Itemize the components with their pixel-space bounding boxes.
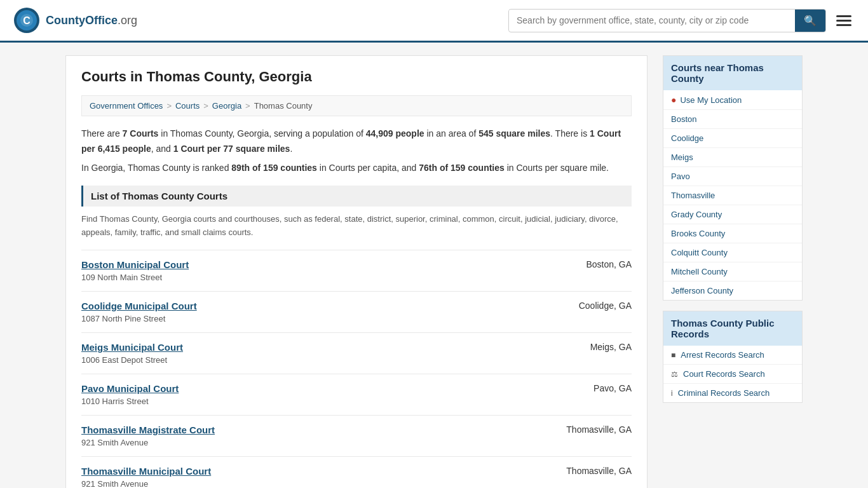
court-item: Pavo Municipal Court 1010 Harris Street … xyxy=(81,374,632,415)
breadcrumb-thomas-county: Thomas County xyxy=(254,101,313,111)
header: C CountyOffice.org 🔍 xyxy=(0,0,868,43)
main-content: Courts in Thomas County, Georgia Governm… xyxy=(65,55,648,488)
court-left-4: Thomasville Magistrate Court 921 Smith A… xyxy=(81,424,553,447)
court-address-0: 109 North Main Street xyxy=(81,273,573,282)
use-my-location-item[interactable]: ● Use My Location xyxy=(663,90,802,110)
breadcrumb-sep-2: > xyxy=(203,101,208,111)
menu-line-3 xyxy=(836,24,851,26)
nearby-link-2[interactable]: Meigs xyxy=(671,152,693,162)
court-location-4: Thomasville, GA xyxy=(553,424,632,435)
nearby-link-item-4[interactable]: Thomasville xyxy=(663,186,802,205)
nearby-link-7[interactable]: Colquitt County xyxy=(671,248,728,257)
nearby-link-item-5[interactable]: Grady County xyxy=(663,205,802,224)
area: 545 square miles xyxy=(478,128,550,139)
public-records-section: Thomas County Public Records ■ Arrest Re… xyxy=(663,311,803,403)
list-section-heading: List of Thomas County Courts xyxy=(81,186,632,207)
per-mile: 1 Court per 77 square miles xyxy=(173,144,290,154)
menu-line-2 xyxy=(836,20,851,22)
nearby-links-container: BostonCoolidgeMeigsPavoThomasvilleGrady … xyxy=(663,110,802,300)
court-item: Meigs Municipal Court 1006 East Depot St… xyxy=(81,332,632,374)
court-name-2[interactable]: Meigs Municipal Court xyxy=(81,342,578,353)
court-item: Boston Municipal Court 109 North Main St… xyxy=(81,250,632,291)
menu-button[interactable] xyxy=(832,11,855,30)
court-left-1: Coolidge Municipal Court 1087 North Pine… xyxy=(81,301,566,323)
list-description: Find Thomas County, Georgia courts and c… xyxy=(81,213,632,240)
court-item: Thomasville Magistrate Court 921 Smith A… xyxy=(81,415,632,456)
record-icon-2: i xyxy=(671,389,673,398)
court-item: Thomasville Municipal Court 921 Smith Av… xyxy=(81,456,632,488)
nearby-link-item-1[interactable]: Coolidge xyxy=(663,129,802,148)
court-address-1: 1087 North Pine Street xyxy=(81,314,566,323)
breadcrumb-government-offices[interactable]: Government Offices xyxy=(90,101,163,111)
record-link-1[interactable]: Court Records Search xyxy=(683,369,765,379)
court-address-2: 1006 East Depot Street xyxy=(81,355,578,365)
court-name-4[interactable]: Thomasville Magistrate Court xyxy=(81,424,553,435)
nearby-link-8[interactable]: Mitchell County xyxy=(671,267,728,276)
nearby-link-6[interactable]: Brooks County xyxy=(671,229,725,238)
page-title: Courts in Thomas County, Georgia xyxy=(81,69,632,85)
court-location-0: Boston, GA xyxy=(573,259,632,269)
court-item: Coolidge Municipal Court 1087 North Pine… xyxy=(81,291,632,332)
public-records-title: Thomas County Public Records xyxy=(663,311,802,346)
court-location-1: Coolidge, GA xyxy=(566,301,632,311)
nearby-link-item-6[interactable]: Brooks County xyxy=(663,224,802,243)
nearby-link-9[interactable]: Jefferson County xyxy=(671,286,733,295)
court-name-5[interactable]: Thomasville Municipal Court xyxy=(81,466,553,477)
rank-mile: 76th of 159 counties xyxy=(419,163,505,173)
court-left-3: Pavo Municipal Court 1010 Harris Street xyxy=(81,383,581,406)
court-name-3[interactable]: Pavo Municipal Court xyxy=(81,383,581,394)
main-container: Courts in Thomas County, Georgia Governm… xyxy=(53,43,815,488)
court-left-5: Thomasville Municipal Court 921 Smith Av… xyxy=(81,466,553,488)
court-location-5: Thomasville, GA xyxy=(553,466,632,476)
court-address-3: 1010 Harris Street xyxy=(81,396,581,406)
nearby-link-item-3[interactable]: Pavo xyxy=(663,167,802,186)
nearby-link-item-8[interactable]: Mitchell County xyxy=(663,262,802,281)
breadcrumb-georgia[interactable]: Georgia xyxy=(212,101,241,111)
nearby-link-4[interactable]: Thomasville xyxy=(671,191,715,200)
search-button[interactable]: 🔍 xyxy=(795,10,825,32)
search-input[interactable] xyxy=(509,10,795,30)
courts-list: Boston Municipal Court 109 North Main St… xyxy=(81,250,632,488)
record-link-0[interactable]: Arrest Records Search xyxy=(681,350,764,360)
court-name-0[interactable]: Boston Municipal Court xyxy=(81,259,573,270)
population: 44,909 people xyxy=(366,128,424,139)
record-link-2[interactable]: Criminal Records Search xyxy=(678,388,770,398)
court-left-0: Boston Municipal Court 109 North Main St… xyxy=(81,259,573,282)
logo-icon: C xyxy=(13,6,41,34)
breadcrumb-courts[interactable]: Courts xyxy=(175,101,200,111)
record-item-2[interactable]: i Criminal Records Search xyxy=(663,384,802,402)
nearby-link-3[interactable]: Pavo xyxy=(671,172,690,181)
stats-section: There are 7 Courts in Thomas County, Geo… xyxy=(81,126,632,175)
nearby-courts-title: Courts near Thomas County xyxy=(663,56,802,90)
breadcrumb-sep-1: > xyxy=(166,101,172,111)
use-my-location-link[interactable]: Use My Location xyxy=(680,95,742,105)
court-address-5: 921 Smith Avenue xyxy=(81,479,553,488)
nearby-link-item-2[interactable]: Meigs xyxy=(663,148,802,167)
court-left-2: Meigs Municipal Court 1006 East Depot St… xyxy=(81,342,578,365)
nearby-link-item-9[interactable]: Jefferson County xyxy=(663,281,802,300)
menu-line-1 xyxy=(836,15,851,17)
nearby-link-item-7[interactable]: Colquitt County xyxy=(663,243,802,262)
breadcrumb-sep-3: > xyxy=(245,101,250,111)
breadcrumb: Government Offices > Courts > Georgia > … xyxy=(81,95,632,116)
record-item-0[interactable]: ■ Arrest Records Search xyxy=(663,346,802,365)
records-container: ■ Arrest Records Search ⚖ Court Records … xyxy=(663,346,802,402)
record-icon-0: ■ xyxy=(671,351,675,360)
svg-text:C: C xyxy=(23,15,31,26)
court-name-1[interactable]: Coolidge Municipal Court xyxy=(81,301,566,311)
court-address-4: 921 Smith Avenue xyxy=(81,438,553,447)
logo-text: CountyOffice.org xyxy=(46,14,137,27)
record-icon-1: ⚖ xyxy=(671,370,678,379)
pin-icon: ● xyxy=(671,95,676,105)
nearby-link-1[interactable]: Coolidge xyxy=(671,133,703,143)
court-location-3: Pavo, GA xyxy=(581,383,632,393)
nearby-link-item-0[interactable]: Boston xyxy=(663,110,802,129)
record-item-1[interactable]: ⚖ Court Records Search xyxy=(663,365,802,384)
nearby-link-5[interactable]: Grady County xyxy=(671,210,722,219)
court-location-2: Meigs, GA xyxy=(578,342,632,352)
header-right: 🔍 xyxy=(508,9,855,32)
sidebar: Courts near Thomas County ● Use My Locat… xyxy=(663,55,803,488)
nearby-link-0[interactable]: Boston xyxy=(671,114,696,124)
search-icon: 🔍 xyxy=(804,15,817,26)
search-bar: 🔍 xyxy=(508,9,826,32)
